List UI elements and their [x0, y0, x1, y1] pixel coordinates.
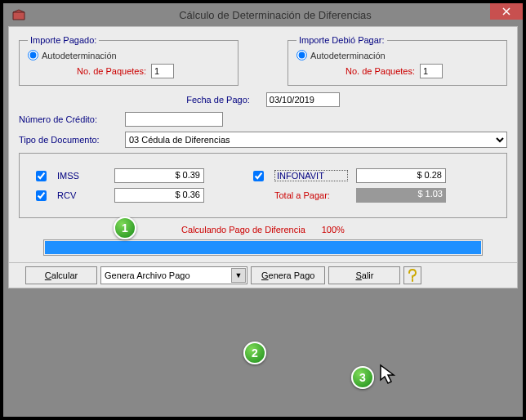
radio-label-debio: Autodeterminación — [310, 51, 386, 60]
checkbox-rcv[interactable] — [36, 190, 47, 201]
label-imss: IMSS — [57, 171, 106, 181]
select-tipo-doc[interactable]: 03 Cédula de Diferencias — [125, 132, 507, 148]
amounts-box: IMSS $ 0.39 INFONAVIT $ 0.28 RCV $ 0.36 … — [19, 153, 507, 218]
label-credito: Número de Crédito: — [19, 114, 125, 124]
status-row: Calculando Pago de Diferencia 100% — [19, 225, 507, 235]
app-icon — [10, 6, 28, 24]
progress-bar — [43, 239, 483, 256]
legend-pagado: Importe Pagado: — [28, 35, 99, 45]
label-rcv: RCV — [57, 190, 106, 200]
amount-rcv: $ 0.36 — [114, 188, 204, 203]
chevron-down-icon: ▼ — [231, 268, 246, 283]
checkbox-infonavit[interactable] — [253, 171, 264, 181]
combo-text: Genera Archivo Pago — [105, 270, 190, 280]
legend-debio: Importe Debió Pagar: — [296, 35, 387, 45]
checkbox-imss[interactable] — [36, 171, 47, 181]
annotation-badge-3: 3 — [351, 366, 374, 389]
annotation-badge-1: 1 — [114, 217, 136, 239]
amount-imss: $ 0.39 — [114, 168, 204, 183]
genera-pago-button[interactable]: Genera Pago — [251, 266, 325, 284]
content-panel: Importe Pagado: Autodeterminación No. de… — [8, 26, 518, 288]
window-title: Cálculo de Determinación de Diferencias — [28, 9, 523, 21]
titlebar: Cálculo de Determinación de Diferencias — [3, 3, 523, 26]
input-paquetes-debio[interactable] — [420, 64, 443, 78]
status-percent: 100% — [322, 225, 345, 235]
label-paquetes-pagado: No. de Paquetes: — [77, 66, 146, 76]
label-tipo-doc: Tipo de Documento: — [19, 135, 125, 145]
progress-fill — [45, 241, 481, 254]
radio-autodet-pagado[interactable] — [28, 50, 38, 60]
question-icon — [408, 269, 417, 282]
input-fecha-pago[interactable] — [266, 92, 340, 107]
combo-genera-archivo[interactable]: Genera Archivo Pago ▼ — [100, 266, 247, 284]
radio-autodet-debio[interactable] — [296, 50, 307, 60]
input-paquetes-pagado[interactable] — [151, 64, 174, 78]
button-row: Calcular Genera Archivo Pago ▼ Genera Pa… — [9, 262, 517, 288]
label-paquetes-debio: No. de Paquetes: — [345, 66, 415, 76]
group-importe-pagado: Importe Pagado: Autodeterminación No. de… — [19, 35, 238, 86]
calcular-button[interactable]: Calcular — [25, 266, 97, 284]
salir-button[interactable]: Salir — [328, 266, 400, 284]
close-icon — [502, 7, 510, 16]
input-credito[interactable] — [125, 112, 223, 127]
annotation-badge-2: 2 — [243, 342, 266, 364]
group-importe-debio: Importe Debió Pagar: Autodeterminación N… — [288, 35, 507, 86]
help-button[interactable] — [403, 266, 421, 284]
cursor-icon — [379, 364, 399, 386]
label-total: Total a Pagar: — [274, 190, 348, 200]
label-fecha-pago: Fecha de Pago: — [186, 95, 250, 105]
close-button[interactable] — [490, 3, 523, 20]
amount-infonavit: $ 0.28 — [356, 168, 446, 183]
status-text: Calculando Pago de Diferencia — [181, 225, 305, 235]
amount-total: $ 1.03 — [356, 188, 446, 203]
radio-label-pagado: Autodeterminación — [42, 51, 117, 60]
label-infonavit: INFONAVIT — [274, 170, 348, 181]
